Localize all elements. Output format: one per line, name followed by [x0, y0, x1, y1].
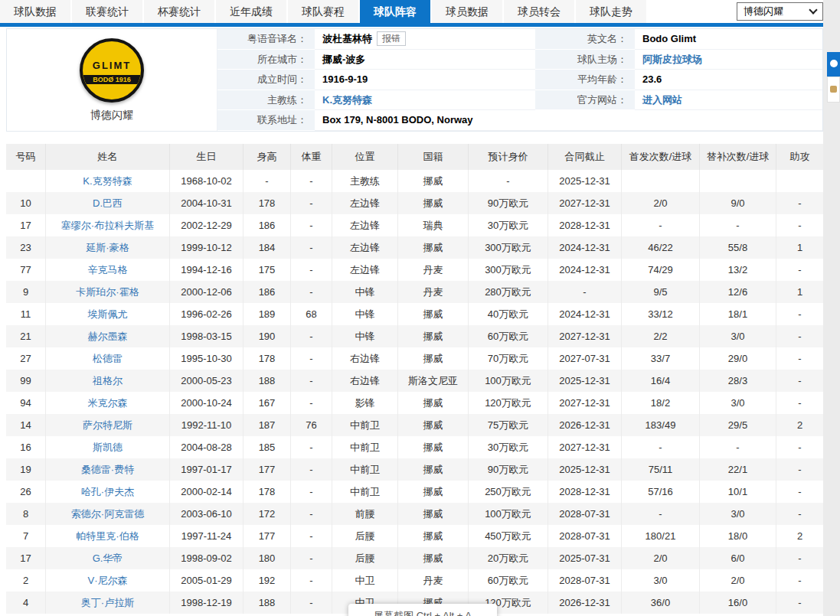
table-cell: 33/7 [622, 347, 700, 370]
table-cell: - [776, 392, 823, 414]
table-cell: - [291, 214, 332, 236]
table-cell: 2028-07-31 [548, 569, 622, 592]
player-name-cell: 奥丁·卢拉斯 [46, 592, 170, 614]
chat-icon[interactable] [827, 77, 840, 103]
player-link[interactable]: 辛克马格 [88, 264, 128, 275]
player-link[interactable]: 哈孔·伊夫杰 [81, 486, 134, 497]
table-cell: 2000-02-14 [170, 481, 244, 503]
player-link[interactable]: 索德尔·阿克雷德 [71, 508, 144, 520]
table-cell: 77 [6, 259, 46, 281]
table-cell: 190 [244, 325, 291, 347]
player-name-cell: 松德雷 [46, 347, 170, 370]
table-cell: 3/0 [700, 325, 776, 347]
tab-team-squad[interactable]: 球队阵容 [360, 0, 430, 23]
table-cell: - [291, 236, 332, 259]
table-cell: 1995-10-30 [170, 347, 244, 370]
cantonese-name-label: 粤语音译名： [217, 29, 315, 50]
table-cell: 2000-10-24 [170, 392, 244, 414]
table-cell: 2026-12-31 [548, 414, 622, 436]
table-cell: - [291, 525, 332, 547]
table-cell: - [776, 347, 823, 370]
player-link[interactable]: 帕特里克·伯格 [76, 530, 139, 542]
player-link[interactable]: 卡斯珀尔·霍格 [76, 286, 139, 298]
cantonese-name-value: 波杜基林特报错 [315, 29, 535, 50]
header-number: 号码 [6, 144, 46, 170]
stadium-link[interactable]: 阿斯皮拉球场 [642, 54, 702, 65]
tab-team-data[interactable]: 球队数据 [0, 0, 70, 23]
table-cell: 9/5 [622, 281, 700, 303]
player-link[interactable]: D.巴西 [93, 197, 123, 209]
table-cell: - [776, 547, 823, 569]
tab-league-stats[interactable]: 联赛统计 [72, 0, 142, 23]
table-row: 19桑德雷·费特1997-01-17177-中前卫挪威90万欧元2025-12-… [6, 458, 823, 481]
player-link[interactable]: K.克努特森 [83, 175, 132, 187]
table-cell: 2027-12-31 [548, 325, 622, 347]
tab-player-transfers[interactable]: 球员转会 [504, 0, 574, 23]
table-cell: 2000-05-23 [170, 370, 244, 392]
player-link[interactable]: 萨尔特尼斯 [83, 419, 132, 431]
table-row: 23延斯·豪格1999-10-12184-左边锋挪威300万欧元2024-12-… [6, 236, 823, 259]
player-name-cell: 索德尔·阿克雷德 [46, 503, 170, 525]
page: 球队数据 联赛统计 杯赛统计 近年成绩 球队赛程 球队阵容 球员数据 球员转会 … [0, 0, 840, 616]
player-link[interactable]: 祖格尔 [93, 375, 123, 386]
player-link[interactable]: 奥丁·卢拉斯 [81, 597, 134, 608]
share-icon[interactable] [827, 52, 840, 77]
website-link[interactable]: 进入网站 [642, 94, 682, 106]
report-error-button[interactable]: 报错 [377, 31, 406, 46]
table-cell: 1996-02-26 [170, 303, 244, 325]
header-starts-goals: 首发次数/进球 [622, 144, 700, 170]
address-value: Box 179, N-8001 BODO, Norway [315, 110, 822, 131]
player-link[interactable]: G.华帝 [93, 552, 123, 564]
table-cell: - [291, 170, 332, 192]
table-cell: 450万欧元 [469, 525, 548, 547]
tab-team-trend[interactable]: 球队走势 [576, 0, 646, 23]
header-name: 姓名 [46, 144, 170, 170]
player-link[interactable]: 赫尔墨森 [88, 331, 128, 342]
header-subs-goals: 替补次数/进球 [700, 144, 776, 170]
table-cell: 挪威 [398, 414, 469, 436]
table-cell: 中前卫 [332, 481, 398, 503]
player-link[interactable]: 米克尔森 [88, 397, 128, 409]
table-cell: 76 [291, 414, 332, 436]
roster-header-row: 号码 姓名 生日 身高 体重 位置 国籍 预计身价 合同截止 首发次数/进球 替… [6, 144, 823, 170]
coach-link[interactable]: K.克努特森 [322, 94, 372, 106]
table-cell: 68 [291, 303, 332, 325]
table-cell: 中锋 [332, 303, 398, 325]
player-name-cell: K.克努特森 [46, 170, 170, 192]
table-cell: - [622, 503, 700, 525]
table-cell: 左边锋 [332, 192, 398, 214]
player-name-cell: 哈孔·伊夫杰 [46, 481, 170, 503]
stadium-label: 球队主场： [535, 50, 635, 70]
tab-recent-results[interactable]: 近年成绩 [216, 0, 286, 23]
table-cell: 挪威 [398, 458, 469, 481]
table-cell: 挪威 [398, 303, 469, 325]
player-name-cell: V·尼尔森 [46, 569, 170, 592]
player-link[interactable]: 延斯·豪格 [86, 242, 129, 253]
table-cell: 12/6 [700, 281, 776, 303]
table-cell: 挪威 [398, 236, 469, 259]
table-row: 99祖格尔2000-05-23188-右边锋斯洛文尼亚100万欧元2025-12… [6, 370, 823, 392]
tab-bar: 球队数据 联赛统计 杯赛统计 近年成绩 球队赛程 球队阵容 球员数据 球员转会 … [0, 0, 823, 23]
tab-team-schedule[interactable]: 球队赛程 [288, 0, 358, 23]
player-link[interactable]: 桑德雷·费特 [81, 464, 134, 475]
header-value: 预计身价 [469, 144, 548, 170]
table-cell: 186 [244, 214, 291, 236]
player-link[interactable]: 塞缪尔·布拉科夫斯基 [61, 220, 154, 231]
table-cell: - [700, 436, 776, 458]
tab-cup-stats[interactable]: 杯赛统计 [144, 0, 214, 23]
header-birthday: 生日 [170, 144, 244, 170]
table-cell: 挪威 [398, 481, 469, 503]
tab-player-data[interactable]: 球员数据 [432, 0, 502, 23]
table-cell: 26 [6, 481, 46, 503]
table-cell: 30万欧元 [469, 436, 548, 458]
table-cell: 18/1 [700, 303, 776, 325]
player-link[interactable]: 埃斯佩尤 [88, 308, 128, 320]
player-link[interactable]: 斯凯德 [93, 442, 123, 453]
table-cell: 2026-12-31 [548, 592, 622, 614]
player-link[interactable]: 松德雷 [93, 353, 123, 364]
table-cell: 178 [244, 192, 291, 214]
table-row: 16斯凯德2004-08-28185-中前卫挪威30万欧元2027-12-31-… [6, 436, 823, 458]
table-cell: 46/22 [622, 236, 700, 259]
team-selector-dropdown[interactable]: 博德闪耀 [737, 2, 823, 21]
player-link[interactable]: V·尼尔森 [88, 575, 128, 586]
